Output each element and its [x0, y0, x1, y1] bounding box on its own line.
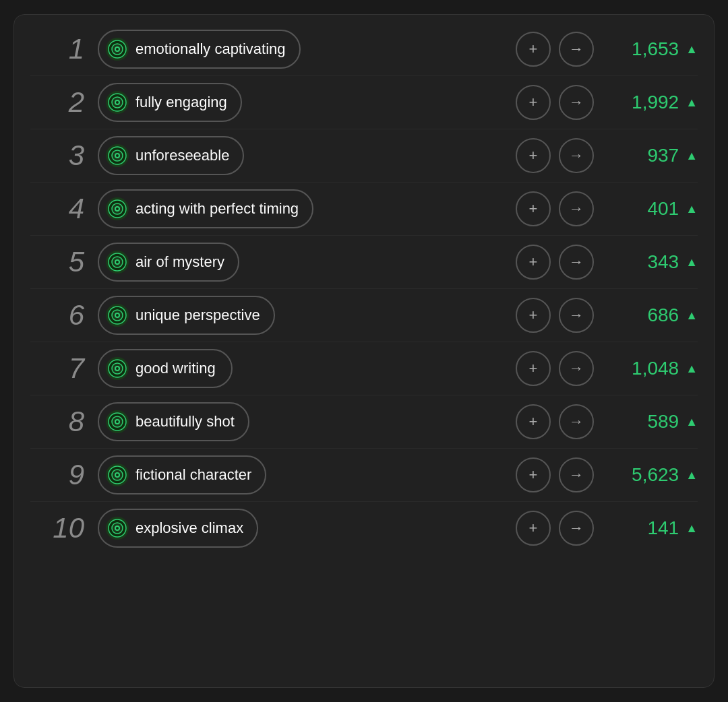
- action-buttons: + →: [516, 511, 594, 546]
- count-value: 937: [647, 145, 679, 166]
- list-item: 2 fully engaging + → 1,992 ▲: [30, 76, 698, 129]
- count-area: 686 ▲: [610, 305, 698, 326]
- add-button[interactable]: +: [516, 404, 551, 439]
- list-item: 8 beautifully shot + → 589 ▲: [30, 395, 698, 449]
- svg-point-34: [116, 367, 119, 370]
- list-item: 4 acting with perfect timing + → 401 ▲: [30, 183, 698, 236]
- add-button[interactable]: +: [516, 298, 551, 333]
- arrow-button[interactable]: →: [559, 32, 594, 67]
- tag-icon: [106, 464, 129, 486]
- svg-point-39: [116, 420, 119, 423]
- list-item: 9 fictional character + → 5,623 ▲: [30, 449, 698, 502]
- svg-point-14: [116, 154, 119, 157]
- rank-number: 7: [30, 352, 84, 385]
- tag-button[interactable]: beautifully shot: [98, 402, 249, 441]
- rank-number: 4: [30, 193, 84, 225]
- list-container: 1 emotionally captivating + → 1,653 ▲ 2: [13, 14, 715, 688]
- count-value: 589: [647, 411, 679, 433]
- trend-up-icon: ▲: [686, 202, 698, 216]
- tag-label: good writing: [135, 360, 216, 377]
- trend-up-icon: ▲: [686, 42, 698, 57]
- tag-button[interactable]: air of mystery: [98, 243, 239, 282]
- arrow-button[interactable]: →: [559, 511, 594, 546]
- add-button[interactable]: +: [516, 245, 551, 280]
- arrow-button[interactable]: →: [559, 404, 594, 439]
- add-button[interactable]: +: [516, 85, 551, 120]
- add-button[interactable]: +: [516, 191, 551, 226]
- count-area: 1,653 ▲: [610, 38, 698, 60]
- tag-button[interactable]: good writing: [98, 349, 233, 388]
- tag-label: fully engaging: [135, 94, 227, 111]
- add-button[interactable]: +: [516, 351, 551, 386]
- tag-label: air of mystery: [135, 253, 224, 271]
- trend-up-icon: ▲: [686, 468, 698, 482]
- rank-number: 10: [30, 512, 84, 544]
- trend-up-icon: ▲: [686, 149, 698, 163]
- tag-button[interactable]: acting with perfect timing: [98, 189, 313, 228]
- count-value: 1,048: [632, 358, 679, 379]
- list-item: 6 unique perspective + → 686 ▲: [30, 289, 698, 342]
- arrow-button[interactable]: →: [559, 457, 594, 492]
- svg-point-44: [116, 474, 119, 476]
- arrow-button[interactable]: →: [559, 245, 594, 280]
- arrow-button[interactable]: →: [559, 85, 594, 120]
- tag-icon: [106, 304, 129, 327]
- tag-button[interactable]: unique perspective: [98, 296, 275, 335]
- action-buttons: + →: [516, 404, 594, 439]
- svg-point-4: [116, 48, 119, 51]
- svg-point-9: [116, 101, 119, 104]
- rank-number: 9: [30, 459, 84, 491]
- add-button[interactable]: +: [516, 511, 551, 546]
- tag-label: acting with perfect timing: [135, 200, 299, 218]
- arrow-button[interactable]: →: [559, 351, 594, 386]
- trend-up-icon: ▲: [686, 415, 698, 429]
- count-area: 141 ▲: [610, 517, 698, 539]
- count-value: 343: [647, 251, 679, 273]
- add-button[interactable]: +: [516, 32, 551, 67]
- tag-icon: [106, 38, 129, 61]
- tag-label: beautifully shot: [135, 413, 235, 430]
- arrow-button[interactable]: →: [559, 298, 594, 333]
- add-button[interactable]: +: [516, 457, 551, 492]
- tag-button[interactable]: fully engaging: [98, 83, 242, 122]
- list-item: 1 emotionally captivating + → 1,653 ▲: [30, 23, 698, 76]
- arrow-button[interactable]: →: [559, 191, 594, 226]
- trend-up-icon: ▲: [686, 521, 698, 536]
- action-buttons: + →: [516, 351, 594, 386]
- tag-icon: [106, 251, 129, 274]
- count-value: 1,653: [632, 38, 679, 60]
- trend-up-icon: ▲: [686, 255, 698, 269]
- tag-icon: [106, 144, 129, 167]
- rank-number: 1: [30, 33, 84, 65]
- tag-label: emotionally captivating: [135, 40, 286, 58]
- tag-button[interactable]: unforeseeable: [98, 136, 244, 175]
- count-area: 589 ▲: [610, 411, 698, 433]
- tag-label: unique perspective: [135, 307, 260, 324]
- rank-number: 6: [30, 299, 84, 331]
- action-buttons: + →: [516, 191, 594, 226]
- svg-point-19: [116, 208, 119, 210]
- tag-button[interactable]: emotionally captivating: [98, 30, 301, 69]
- add-button[interactable]: +: [516, 138, 551, 173]
- count-value: 1,992: [632, 92, 679, 113]
- tag-label: unforeseeable: [135, 147, 229, 164]
- tag-icon: [106, 91, 129, 114]
- rank-number: 3: [30, 139, 84, 172]
- action-buttons: + →: [516, 298, 594, 333]
- tag-icon: [106, 410, 129, 433]
- arrow-button[interactable]: →: [559, 138, 594, 173]
- action-buttons: + →: [516, 457, 594, 492]
- list-item: 7 good writing + → 1,048 ▲: [30, 342, 698, 395]
- count-area: 5,623 ▲: [610, 464, 698, 486]
- tag-icon: [106, 517, 129, 540]
- trend-up-icon: ▲: [686, 362, 698, 376]
- count-value: 141: [647, 517, 679, 539]
- tag-button[interactable]: fictional character: [98, 455, 266, 494]
- list-item: 10 explosive climax + → 141 ▲: [30, 502, 698, 554]
- rank-number: 8: [30, 406, 84, 438]
- count-area: 1,048 ▲: [610, 358, 698, 379]
- action-buttons: + →: [516, 32, 594, 67]
- count-value: 686: [647, 305, 679, 326]
- count-area: 1,992 ▲: [610, 92, 698, 113]
- tag-button[interactable]: explosive climax: [98, 509, 258, 548]
